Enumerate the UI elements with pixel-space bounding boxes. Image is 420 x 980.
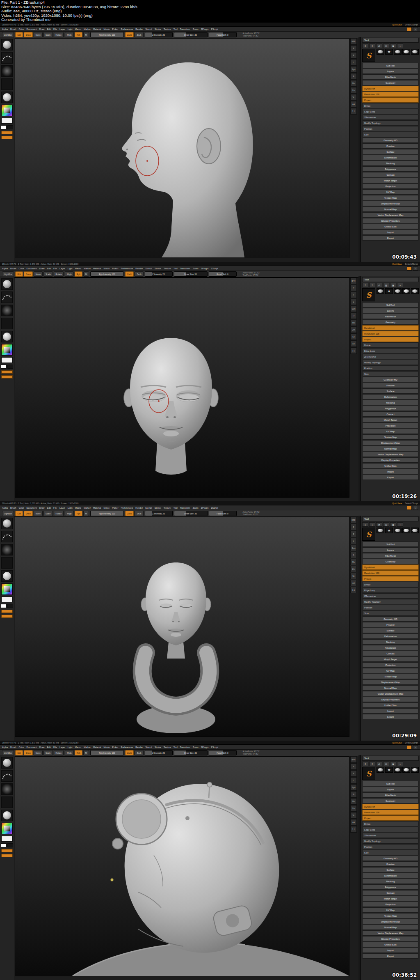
tool-palette-row[interactable]: Normal Map [362,685,419,691]
quick-pick-item[interactable] [394,528,402,533]
tool-palette-row[interactable]: Masking [362,161,419,166]
tool-palette-row[interactable]: Contact [362,890,419,895]
menu-item[interactable]: Zoom [193,746,199,748]
tool-palette-row[interactable]: Geometry [362,798,419,803]
menu-item[interactable]: Movie [104,507,110,509]
tool-palette-row[interactable]: Morph Target [362,656,419,662]
tool-palette-row[interactable]: DynaMesh [362,325,419,330]
quick-pick-item[interactable]: ★ [385,49,393,55]
load-tool-button[interactable]: ↥ [362,762,368,766]
tool-palette-row[interactable]: Vector Displacement Map [362,452,419,457]
bpr-button[interactable]: BPR [350,517,357,523]
menu-item[interactable]: Brush [10,507,16,509]
import-tool-button[interactable]: ⇄ [376,762,382,766]
tool-palette-row[interactable]: SubTool [362,781,419,786]
tool-palette-row[interactable]: Modify Topology [362,599,419,604]
menu-item[interactable]: Tool [173,267,178,270]
aahalf-button[interactable]: AA [350,580,357,586]
color-picker-inner[interactable] [4,826,10,831]
load-tool-button[interactable]: ↥ [362,44,368,48]
tool-palette-row[interactable]: Contact [362,651,419,656]
menu-item[interactable]: Edit [47,507,51,509]
quick-pick-item[interactable] [394,49,402,55]
aahalf-button[interactable]: AA [350,101,357,108]
menu-item[interactable]: Picker [112,28,118,30]
import-tool-button[interactable]: ⇄ [376,283,382,287]
menu-item[interactable]: Movie [104,28,110,30]
frame-button[interactable]: Fr [350,552,357,558]
texture-thumbnail[interactable] [1,557,13,569]
tool-palette-row[interactable]: Edge Loop [362,588,419,593]
tool-palette-row[interactable]: UV Map [362,668,419,673]
divider-arrow-icon[interactable]: ‹ [413,506,418,510]
tool-palette-row[interactable]: Texture Map [362,434,419,440]
tool-palette-row[interactable]: Geometry [362,559,419,564]
alpha-thumbnail[interactable] [1,783,13,795]
stroke-thumbnail[interactable] [1,291,13,303]
menu-item[interactable]: Alpha [2,507,8,509]
tool-palette-row[interactable]: Projection [362,902,419,907]
brush-thumbnail[interactable] [1,757,13,769]
menu-item[interactable]: Transform [180,267,190,270]
document-canvas[interactable] [15,756,349,976]
secondary-color-swatch[interactable] [7,125,13,129]
brush-thumbnail[interactable] [1,39,13,50]
menu-item[interactable]: Transform [180,28,190,30]
tool-palette-row[interactable]: Vector Displacement Map [362,212,419,218]
main-color-swatch[interactable] [1,365,7,369]
lsym-button[interactable]: Sym [350,305,357,312]
menu-item[interactable]: Tool [173,507,178,509]
tool-palette-row[interactable]: Size [362,371,419,376]
menu-item[interactable]: Texture [164,507,171,509]
quick-pick-item[interactable] [402,767,410,773]
tool-palette-row[interactable]: Position [362,126,419,131]
menu-item[interactable]: Marker [84,267,91,270]
floor-button[interactable]: F [350,52,357,59]
divider-arrow-icon[interactable]: ‹ [413,27,418,31]
stroke-thumbnail[interactable] [1,52,13,64]
tool-palette-row[interactable]: SubTool [362,63,419,68]
menu-item[interactable]: Layer [59,28,65,30]
tool-palette-row[interactable]: Display Properties [362,697,419,702]
quick-pick-item[interactable]: ★ [385,528,393,533]
z-intensity-slider[interactable]: Z Intensity 25 [145,32,173,37]
menu-item[interactable]: Document [27,267,37,270]
tool-palette-row[interactable]: Export [362,235,419,241]
tool-palette-row[interactable]: Project [362,337,419,342]
menu-item[interactable]: Stroke [155,746,161,748]
stroke-thumbnail[interactable] [1,770,13,782]
tool-palette-row[interactable]: Deformation [362,873,419,878]
tool-palette-row[interactable]: Surface [362,628,419,633]
tool-palette-row[interactable]: Geometry HD [362,616,419,622]
color-picker[interactable] [1,583,13,595]
menu-item[interactable]: File [53,746,57,748]
menu-item[interactable]: ZScript [211,267,218,270]
tool-palette-row[interactable]: SubTool [362,542,419,547]
tool-palette-row[interactable]: Preview [362,143,419,149]
secondary-color-swatch[interactable] [7,843,13,847]
zoom-doc-button[interactable]: Zm [350,87,357,94]
import-tool-button[interactable]: ⇄ [376,44,382,48]
tool-palette-row[interactable]: Texture Map [362,674,419,679]
clone-tool-button[interactable]: + [397,522,403,527]
actual-button[interactable]: 1:1 [350,587,357,593]
persp-button[interactable]: P [350,524,357,530]
tool-palette-row[interactable]: Normal Map [362,207,419,212]
tool-palette-row[interactable]: Import [362,230,419,235]
menu-item[interactable]: ZScript [211,28,218,30]
menu-item[interactable]: Brush [10,267,16,270]
tool-palette-row[interactable]: Unified Skin [362,702,419,708]
stroke-thumbnail[interactable] [1,531,13,542]
move-doc-button[interactable]: Mv [350,559,357,565]
tool-palette-row[interactable]: UV Map [362,189,419,195]
tool-palette-row[interactable]: Layers [362,69,419,74]
rgb-intensity-slider[interactable]: Rgb Intensity 100 [90,271,124,277]
secondary-color-swatch[interactable] [7,365,13,369]
save-tool-button[interactable]: ↧ [369,283,375,287]
persp-button[interactable]: P [350,763,357,770]
tool-palette-row[interactable]: Surface [362,388,419,394]
copy-tool-button[interactable]: ▣ [390,44,396,48]
quick-pick-item[interactable] [402,288,410,294]
menu-item[interactable]: Edit [47,28,51,30]
focal-shift-slider[interactable]: Focal Shift 0 [209,511,237,516]
